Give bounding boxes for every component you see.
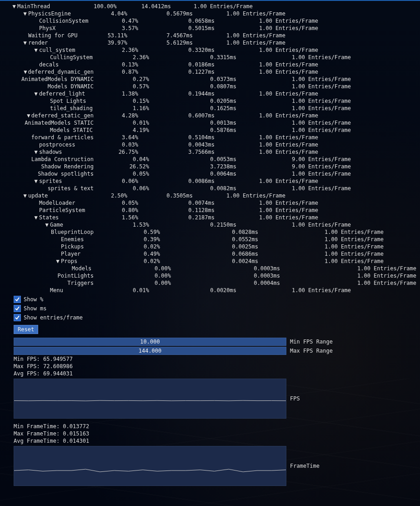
expand-arrow-icon[interactable]: ▼	[34, 90, 38, 97]
profiler-row[interactable]: ▼render39.97%5.6129ms1.00 Entries/Frame	[3, 39, 417, 46]
profiler-row[interactable]: ▼deferred_static_gen4.28%0.6007ms1.00 En…	[3, 112, 417, 119]
profiler-row-ms: 0.0373ms	[154, 76, 241, 83]
max-fps-range-slider[interactable]: 144.000	[14, 347, 286, 355]
profiler-row[interactable]: ▼Game1.53%0.2150ms1.00 Entries/Frame	[3, 221, 417, 228]
profiler-row-ms: 3.7566ms	[143, 148, 219, 156]
profiler-row-ms: 0.3315ms	[154, 54, 241, 61]
profiler-row-ms: 0.0064ms	[154, 170, 241, 177]
profiler-row-pct: 3.64%	[94, 134, 143, 141]
profiler-row-ms: 0.0552ms	[165, 236, 263, 243]
profiler-row: forward & particles3.64%0.5104ms1.00 Ent…	[3, 134, 417, 141]
profiler-row[interactable]: ▼PhysicsEngine4.04%0.5679ms1.00 Entries/…	[3, 10, 417, 17]
profiler-row[interactable]: ▼sprites0.06%0.0086ms1.00 Entries/Frame	[3, 177, 417, 185]
expand-arrow-icon[interactable]: ▼	[23, 192, 27, 199]
profiler-row-entries: 1.00 Entries/Frame	[175, 3, 253, 10]
profiler-row: Triggers0.00%0.0004ms1.00 Entries/Frame	[3, 279, 417, 287]
expand-arrow-icon[interactable]: ▼	[34, 177, 38, 185]
profiler-row-entries: 1.00 Entries/Frame	[219, 148, 318, 156]
expand-arrow-icon	[34, 199, 38, 207]
profiler-row-entries: 1.00 Entries/Frame	[219, 46, 318, 54]
profiler-row-pct: 53.11%	[94, 32, 132, 39]
profiler-row-ms: 0.0024ms	[165, 258, 263, 265]
profiler-row-entries: 1.00 Entries/Frame	[263, 258, 384, 265]
profiler-row-label: AnimatedModels DYNAMIC	[21, 76, 94, 83]
expand-arrow-icon[interactable]: ▼	[24, 68, 27, 76]
profiler-row-ms: 0.5104ms	[143, 134, 219, 141]
profiler-row-entries: 1.00 Entries/Frame	[219, 141, 318, 148]
profiler-row-entries: 1.00 Entries/Frame	[263, 250, 384, 258]
show-pct-checkbox[interactable]: Show %	[14, 296, 417, 303]
profiler-row-ms: 0.1625ms	[154, 105, 241, 112]
show-ent-checkbox[interactable]: Show entries/frame	[14, 314, 417, 321]
profiler-row-label: Enemies	[61, 236, 84, 243]
profiler-row: Menu0.01%0.0020ms1.00 Entries/Frame	[3, 287, 417, 294]
fps-graph	[14, 379, 286, 419]
profiler-row-label: Player	[61, 250, 80, 258]
expand-arrow-icon	[45, 126, 49, 134]
profiler-row-label: Lambda Construction	[31, 156, 94, 163]
profiler-row-entries: 9.00 Entries/Frame	[241, 163, 351, 170]
profiler-row-entries: 1.00 Entries/Frame	[285, 265, 416, 272]
profiler-row-pct: 4.28%	[94, 112, 143, 119]
expand-arrow-icon[interactable]: ▼	[45, 221, 49, 228]
profiler-row[interactable]: ▼shadows26.75%3.7566ms1.00 Entries/Frame	[3, 148, 417, 156]
profiler-row-label: MainThread	[17, 3, 50, 10]
profiler-row[interactable]: ▼cull_system2.36%0.3320ms1.00 Entries/Fr…	[3, 46, 417, 54]
profiler-row-ms: 0.0004ms	[175, 279, 285, 287]
expand-arrow-icon[interactable]: ▼	[27, 112, 30, 119]
profiler-row-pct: 0.06%	[94, 185, 154, 192]
profiler-row-ms: 0.0807ms	[154, 83, 241, 90]
profiler-row-pct: 0.04%	[94, 156, 154, 163]
profiler-row-ms: 0.0074ms	[143, 199, 219, 207]
profiler-row-entries: 1.00 Entries/Frame	[241, 185, 351, 192]
expand-arrow-icon	[23, 32, 27, 39]
profiler-row: Shadow Rendering26.52%3.7238ms9.00 Entri…	[3, 163, 417, 170]
profiler-row-pct: 0.01%	[94, 287, 154, 294]
profiler-row: sprites & text0.06%0.0082ms1.00 Entries/…	[3, 185, 417, 192]
profiler-row-entries: 1.00 Entries/Frame	[197, 32, 285, 39]
reset-button[interactable]: Reset	[14, 325, 38, 334]
profiler-row-pct: 26.52%	[94, 163, 154, 170]
fps-graph-label: FPS	[290, 395, 300, 402]
profiler-row[interactable]: ▼Props0.02%0.0024ms1.00 Entries/Frame	[3, 258, 417, 265]
min-fps-range-slider[interactable]: 10.000	[14, 338, 286, 346]
profiler-row-label: CullingSystem	[50, 54, 93, 61]
profiler-row-label: update	[28, 192, 48, 199]
profiler-row[interactable]: ▼update2.50%0.3505ms1.00 Entries/Frame	[3, 192, 417, 199]
profiler-row[interactable]: ▼States1.56%0.2187ms1.00 Entries/Frame	[3, 214, 417, 221]
profiler-row-pct: 0.13%	[94, 61, 143, 68]
profiler-row-entries: 1.00 Entries/Frame	[219, 207, 318, 214]
profiler-row[interactable]: ▼MainThread100.00%14.0412ms1.00 Entries/…	[3, 3, 417, 10]
profiler-row-entries: 1.00 Entries/Frame	[285, 272, 416, 279]
show-ms-label: Show ms	[24, 305, 47, 312]
profiler-row[interactable]: ▼deferred_light1.38%0.1944ms1.00 Entries…	[3, 90, 417, 97]
profiler-row-label: ParticleSystem	[39, 207, 85, 214]
profiler-row-entries: 1.00 Entries/Frame	[263, 236, 384, 243]
show-ms-checkbox[interactable]: Show ms	[14, 305, 417, 312]
profiler-row-label: sprites & text	[48, 185, 94, 192]
expand-arrow-icon[interactable]: ▼	[12, 3, 16, 10]
profiler-row-ms: 0.1128ms	[143, 207, 219, 214]
expand-arrow-icon[interactable]: ▼	[23, 39, 27, 46]
expand-arrow-icon[interactable]: ▼	[34, 148, 38, 156]
expand-arrow-icon[interactable]: ▼	[23, 10, 27, 17]
expand-arrow-icon[interactable]: ▼	[34, 214, 38, 221]
profiler-row-ms: 0.0186ms	[143, 61, 219, 68]
profiler-row-label: sprites	[39, 177, 62, 185]
profiler-row-label: tiled_shading	[50, 105, 93, 112]
profiler-row-entries: 1.00 Entries/Frame	[219, 112, 318, 119]
profiler-row[interactable]: ▼deferred_dynamic_gen0.87%0.1227ms1.00 E…	[3, 68, 417, 76]
profiler-row-pct: 3.57%	[94, 25, 143, 32]
profiler-row-pct: 0.00%	[94, 265, 175, 272]
expand-arrow-icon	[66, 265, 71, 272]
expand-arrow-icon	[27, 134, 30, 141]
expand-arrow-icon	[34, 17, 38, 25]
expand-arrow-icon[interactable]: ▼	[34, 46, 38, 54]
max-ft-stat: Max FrameTime: 0.015163	[3, 430, 417, 437]
expand-arrow-icon[interactable]: ▼	[55, 258, 60, 265]
profiler-row-ms: 0.0003ms	[175, 265, 285, 272]
show-ent-label: Show entries/frame	[24, 314, 83, 321]
profiler-row-ms: 0.1944ms	[143, 90, 219, 97]
profiler-row-pct: 0.06%	[94, 177, 143, 185]
expand-arrow-icon	[36, 163, 40, 170]
